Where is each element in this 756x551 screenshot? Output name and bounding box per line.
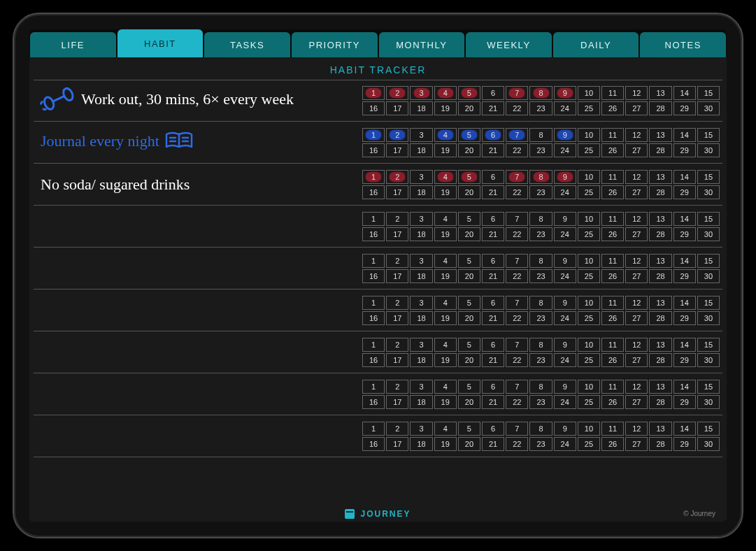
day-cell[interactable]: 15 — [697, 380, 720, 394]
day-cell[interactable]: 4 — [434, 86, 457, 100]
day-cell[interactable]: 1 — [362, 296, 385, 310]
day-cell[interactable]: 6 — [482, 422, 504, 436]
day-cell[interactable]: 3 — [410, 338, 432, 352]
day-cell[interactable]: 27 — [625, 437, 648, 451]
day-cell[interactable]: 11 — [601, 380, 624, 394]
day-cell[interactable]: 29 — [673, 311, 696, 325]
day-cell[interactable]: 8 — [529, 212, 552, 226]
day-cell[interactable]: 27 — [625, 311, 648, 325]
day-cell[interactable]: 10 — [578, 86, 600, 100]
day-cell[interactable]: 18 — [410, 269, 432, 283]
day-cell[interactable]: 17 — [386, 311, 408, 325]
day-cell[interactable]: 4 — [434, 128, 457, 142]
day-cell[interactable]: 14 — [673, 380, 696, 394]
day-cell[interactable]: 21 — [482, 143, 504, 157]
day-cell[interactable]: 3 — [410, 254, 432, 268]
day-cell[interactable]: 30 — [697, 395, 720, 409]
day-cell[interactable]: 28 — [649, 353, 671, 367]
day-cell[interactable]: 30 — [697, 227, 720, 241]
day-cell[interactable]: 12 — [625, 254, 648, 268]
day-cell[interactable]: 7 — [506, 170, 528, 184]
day-cell[interactable]: 28 — [649, 227, 671, 241]
day-cell[interactable]: 1 — [362, 170, 385, 184]
day-cell[interactable]: 6 — [482, 86, 504, 100]
day-cell[interactable]: 25 — [578, 101, 600, 115]
day-cell[interactable]: 22 — [506, 143, 528, 157]
day-cell[interactable]: 20 — [458, 101, 480, 115]
day-cell[interactable]: 23 — [529, 437, 552, 451]
day-cell[interactable]: 2 — [386, 86, 408, 100]
day-cell[interactable]: 21 — [482, 101, 504, 115]
day-cell[interactable]: 7 — [506, 296, 528, 310]
day-cell[interactable]: 29 — [673, 269, 696, 283]
day-cell[interactable]: 3 — [410, 296, 432, 310]
day-cell[interactable]: 1 — [362, 86, 385, 100]
day-cell[interactable]: 11 — [601, 212, 624, 226]
day-cell[interactable]: 14 — [673, 254, 696, 268]
day-cell[interactable]: 4 — [434, 212, 457, 226]
day-cell[interactable]: 19 — [434, 311, 457, 325]
tab-habit[interactable]: HABIT — [117, 29, 204, 57]
day-cell[interactable]: 11 — [601, 170, 624, 184]
day-cell[interactable]: 12 — [625, 212, 648, 226]
day-cell[interactable]: 9 — [554, 338, 576, 352]
day-cell[interactable]: 26 — [601, 227, 624, 241]
day-cell[interactable]: 2 — [386, 422, 408, 436]
day-cell[interactable]: 25 — [578, 353, 600, 367]
day-cell[interactable]: 23 — [529, 101, 552, 115]
day-cell[interactable]: 7 — [506, 128, 528, 142]
day-cell[interactable]: 13 — [649, 212, 671, 226]
day-cell[interactable]: 30 — [697, 143, 720, 157]
day-cell[interactable]: 8 — [529, 296, 552, 310]
day-cell[interactable]: 13 — [649, 170, 671, 184]
day-cell[interactable]: 25 — [578, 185, 600, 199]
day-cell[interactable]: 10 — [578, 170, 600, 184]
day-cell[interactable]: 14 — [673, 422, 696, 436]
day-cell[interactable]: 17 — [386, 227, 408, 241]
day-cell[interactable]: 12 — [625, 86, 648, 100]
day-cell[interactable]: 26 — [601, 143, 624, 157]
day-cell[interactable]: 17 — [386, 353, 408, 367]
habit-label[interactable]: Journal every night — [34, 131, 362, 154]
day-cell[interactable]: 5 — [458, 338, 480, 352]
day-cell[interactable]: 14 — [673, 338, 696, 352]
day-cell[interactable]: 13 — [649, 380, 671, 394]
day-cell[interactable]: 3 — [410, 380, 432, 394]
day-cell[interactable]: 14 — [673, 212, 696, 226]
day-cell[interactable]: 21 — [482, 395, 504, 409]
day-cell[interactable]: 24 — [554, 185, 576, 199]
day-cell[interactable]: 5 — [458, 86, 480, 100]
day-cell[interactable]: 25 — [578, 311, 600, 325]
day-cell[interactable]: 21 — [482, 311, 504, 325]
day-cell[interactable]: 27 — [625, 143, 648, 157]
day-cell[interactable]: 17 — [386, 437, 408, 451]
day-cell[interactable]: 12 — [625, 296, 648, 310]
day-cell[interactable]: 1 — [362, 338, 385, 352]
day-cell[interactable]: 17 — [386, 101, 408, 115]
day-cell[interactable]: 19 — [434, 269, 457, 283]
day-cell[interactable]: 9 — [554, 170, 576, 184]
day-cell[interactable]: 2 — [386, 212, 408, 226]
day-cell[interactable]: 17 — [386, 395, 408, 409]
day-cell[interactable]: 10 — [578, 422, 600, 436]
day-cell[interactable]: 19 — [434, 227, 457, 241]
day-cell[interactable]: 20 — [458, 353, 480, 367]
day-cell[interactable]: 18 — [410, 101, 432, 115]
day-cell[interactable]: 14 — [673, 170, 696, 184]
day-cell[interactable]: 16 — [362, 311, 385, 325]
day-cell[interactable]: 29 — [673, 395, 696, 409]
day-cell[interactable]: 23 — [529, 227, 552, 241]
day-cell[interactable]: 14 — [673, 296, 696, 310]
day-cell[interactable]: 16 — [362, 437, 385, 451]
day-cell[interactable]: 4 — [434, 380, 457, 394]
day-cell[interactable]: 11 — [601, 422, 624, 436]
day-cell[interactable]: 19 — [434, 143, 457, 157]
day-cell[interactable]: 18 — [410, 437, 432, 451]
day-cell[interactable]: 11 — [601, 86, 624, 100]
day-cell[interactable]: 27 — [625, 395, 648, 409]
day-cell[interactable]: 15 — [697, 170, 720, 184]
day-cell[interactable]: 13 — [649, 128, 671, 142]
day-cell[interactable]: 23 — [529, 269, 552, 283]
day-cell[interactable]: 6 — [482, 254, 504, 268]
day-cell[interactable]: 3 — [410, 86, 432, 100]
